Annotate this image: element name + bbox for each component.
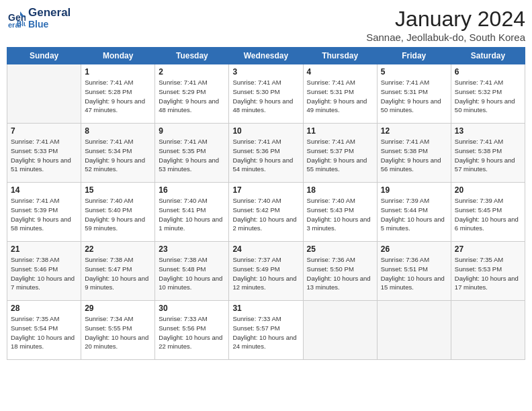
week-row-4: 21Sunrise: 7:38 AMSunset: 5:46 PMDayligh… xyxy=(7,242,525,301)
column-header-monday: Monday xyxy=(81,48,155,64)
day-cell: 17Sunrise: 7:40 AMSunset: 5:42 PMDayligh… xyxy=(229,183,303,242)
day-number: 7 xyxy=(11,126,77,136)
day-info: Sunrise: 7:41 AMSunset: 5:32 PMDaylight:… xyxy=(455,78,521,115)
day-info: Sunrise: 7:36 AMSunset: 5:50 PMDaylight:… xyxy=(307,255,373,292)
day-number: 30 xyxy=(159,304,225,313)
day-info: Sunrise: 7:41 AMSunset: 5:36 PMDaylight:… xyxy=(232,137,299,174)
column-header-sunday: Sunday xyxy=(7,48,81,64)
day-info: Sunrise: 7:35 AMSunset: 5:53 PMDaylight:… xyxy=(455,255,521,292)
day-cell: 28Sunrise: 7:35 AMSunset: 5:54 PMDayligh… xyxy=(7,301,81,360)
day-cell xyxy=(303,301,377,360)
day-cell: 12Sunrise: 7:41 AMSunset: 5:38 PMDayligh… xyxy=(377,124,451,183)
day-number: 12 xyxy=(381,126,447,136)
day-number: 5 xyxy=(381,67,447,77)
day-cell: 25Sunrise: 7:36 AMSunset: 5:50 PMDayligh… xyxy=(303,242,377,301)
day-info: Sunrise: 7:41 AMSunset: 5:30 PMDaylight:… xyxy=(232,78,299,115)
day-number: 11 xyxy=(307,126,373,136)
page-header: Gen eral Blue General Blue January 2024 … xyxy=(7,7,525,43)
day-cell: 21Sunrise: 7:38 AMSunset: 5:46 PMDayligh… xyxy=(7,242,81,301)
column-header-thursday: Thursday xyxy=(303,48,377,64)
column-header-saturday: Saturday xyxy=(451,48,525,64)
day-info: Sunrise: 7:38 AMSunset: 5:48 PMDaylight:… xyxy=(159,255,225,292)
day-info: Sunrise: 7:36 AMSunset: 5:51 PMDaylight:… xyxy=(381,255,447,292)
week-row-3: 14Sunrise: 7:41 AMSunset: 5:39 PMDayligh… xyxy=(7,183,525,242)
day-info: Sunrise: 7:41 AMSunset: 5:31 PMDaylight:… xyxy=(307,78,373,115)
day-cell: 20Sunrise: 7:39 AMSunset: 5:45 PMDayligh… xyxy=(451,183,525,242)
day-info: Sunrise: 7:40 AMSunset: 5:40 PMDaylight:… xyxy=(85,196,151,233)
day-cell: 14Sunrise: 7:41 AMSunset: 5:39 PMDayligh… xyxy=(7,183,81,242)
logo: Gen eral Blue General Blue xyxy=(7,7,71,30)
day-info: Sunrise: 7:35 AMSunset: 5:54 PMDaylight:… xyxy=(11,314,77,351)
day-number: 31 xyxy=(232,304,299,313)
day-info: Sunrise: 7:41 AMSunset: 5:38 PMDaylight:… xyxy=(455,137,521,174)
day-info: Sunrise: 7:33 AMSunset: 5:56 PMDaylight:… xyxy=(159,314,225,351)
day-number: 27 xyxy=(455,244,521,254)
day-info: Sunrise: 7:40 AMSunset: 5:43 PMDaylight:… xyxy=(307,196,373,233)
day-info: Sunrise: 7:41 AMSunset: 5:39 PMDaylight:… xyxy=(11,196,77,233)
day-number: 23 xyxy=(159,244,225,254)
day-cell: 29Sunrise: 7:34 AMSunset: 5:55 PMDayligh… xyxy=(81,301,155,360)
day-number: 20 xyxy=(455,185,521,195)
day-number: 3 xyxy=(232,67,299,77)
day-number: 29 xyxy=(85,304,151,313)
day-cell: 24Sunrise: 7:37 AMSunset: 5:49 PMDayligh… xyxy=(229,242,303,301)
day-cell: 19Sunrise: 7:39 AMSunset: 5:44 PMDayligh… xyxy=(377,183,451,242)
day-cell: 2Sunrise: 7:41 AMSunset: 5:29 PMDaylight… xyxy=(155,64,229,124)
day-cell: 30Sunrise: 7:33 AMSunset: 5:56 PMDayligh… xyxy=(155,301,229,360)
title-block: January 2024 Sannae, Jeollabuk-do, South… xyxy=(366,7,525,43)
day-info: Sunrise: 7:37 AMSunset: 5:49 PMDaylight:… xyxy=(232,255,299,292)
logo-text-line2: Blue xyxy=(28,19,71,30)
day-cell xyxy=(377,301,451,360)
day-info: Sunrise: 7:41 AMSunset: 5:33 PMDaylight:… xyxy=(11,137,77,174)
day-info: Sunrise: 7:40 AMSunset: 5:41 PMDaylight:… xyxy=(159,196,225,233)
day-cell: 22Sunrise: 7:38 AMSunset: 5:47 PMDayligh… xyxy=(81,242,155,301)
day-number: 19 xyxy=(381,185,447,195)
day-cell: 6Sunrise: 7:41 AMSunset: 5:32 PMDaylight… xyxy=(451,64,525,124)
column-header-tuesday: Tuesday xyxy=(155,48,229,64)
day-number: 15 xyxy=(85,185,151,195)
day-cell: 23Sunrise: 7:38 AMSunset: 5:48 PMDayligh… xyxy=(155,242,229,301)
day-info: Sunrise: 7:38 AMSunset: 5:46 PMDaylight:… xyxy=(11,255,77,292)
day-info: Sunrise: 7:33 AMSunset: 5:57 PMDaylight:… xyxy=(232,314,299,351)
day-number: 10 xyxy=(232,126,299,136)
day-info: Sunrise: 7:41 AMSunset: 5:34 PMDaylight:… xyxy=(85,137,151,174)
day-number: 26 xyxy=(381,244,447,254)
day-info: Sunrise: 7:39 AMSunset: 5:44 PMDaylight:… xyxy=(381,196,447,233)
day-info: Sunrise: 7:41 AMSunset: 5:31 PMDaylight:… xyxy=(381,78,447,115)
column-header-friday: Friday xyxy=(377,48,451,64)
week-row-5: 28Sunrise: 7:35 AMSunset: 5:54 PMDayligh… xyxy=(7,301,525,360)
day-number: 8 xyxy=(85,126,151,136)
day-cell: 4Sunrise: 7:41 AMSunset: 5:31 PMDaylight… xyxy=(303,64,377,124)
day-number: 17 xyxy=(232,185,299,195)
location: Sannae, Jeollabuk-do, South Korea xyxy=(366,32,525,43)
calendar-table: SundayMondayTuesdayWednesdayThursdayFrid… xyxy=(7,47,525,360)
day-number: 28 xyxy=(11,304,77,313)
day-cell: 15Sunrise: 7:40 AMSunset: 5:40 PMDayligh… xyxy=(81,183,155,242)
svg-text:Blue: Blue xyxy=(17,20,26,28)
day-cell: 31Sunrise: 7:33 AMSunset: 5:57 PMDayligh… xyxy=(229,301,303,360)
logo-icon: Gen eral Blue xyxy=(7,9,26,28)
day-number: 21 xyxy=(11,244,77,254)
logo-text-line1: General xyxy=(28,7,71,19)
day-cell: 10Sunrise: 7:41 AMSunset: 5:36 PMDayligh… xyxy=(229,124,303,183)
day-cell xyxy=(7,64,81,124)
day-number: 25 xyxy=(307,244,373,254)
day-cell: 18Sunrise: 7:40 AMSunset: 5:43 PMDayligh… xyxy=(303,183,377,242)
column-header-wednesday: Wednesday xyxy=(229,48,303,64)
day-number: 24 xyxy=(232,244,299,254)
week-row-2: 7Sunrise: 7:41 AMSunset: 5:33 PMDaylight… xyxy=(7,124,525,183)
day-cell: 8Sunrise: 7:41 AMSunset: 5:34 PMDaylight… xyxy=(81,124,155,183)
day-number: 13 xyxy=(455,126,521,136)
day-info: Sunrise: 7:41 AMSunset: 5:29 PMDaylight:… xyxy=(159,78,225,115)
day-cell: 16Sunrise: 7:40 AMSunset: 5:41 PMDayligh… xyxy=(155,183,229,242)
day-cell: 9Sunrise: 7:41 AMSunset: 5:35 PMDaylight… xyxy=(155,124,229,183)
day-info: Sunrise: 7:39 AMSunset: 5:45 PMDaylight:… xyxy=(455,196,521,233)
day-cell: 27Sunrise: 7:35 AMSunset: 5:53 PMDayligh… xyxy=(451,242,525,301)
day-info: Sunrise: 7:41 AMSunset: 5:35 PMDaylight:… xyxy=(159,137,225,174)
day-cell: 26Sunrise: 7:36 AMSunset: 5:51 PMDayligh… xyxy=(377,242,451,301)
header-row: SundayMondayTuesdayWednesdayThursdayFrid… xyxy=(7,48,525,64)
day-cell: 5Sunrise: 7:41 AMSunset: 5:31 PMDaylight… xyxy=(377,64,451,124)
month-title: January 2024 xyxy=(366,7,525,32)
day-info: Sunrise: 7:41 AMSunset: 5:28 PMDaylight:… xyxy=(85,78,151,115)
day-number: 14 xyxy=(11,185,77,195)
